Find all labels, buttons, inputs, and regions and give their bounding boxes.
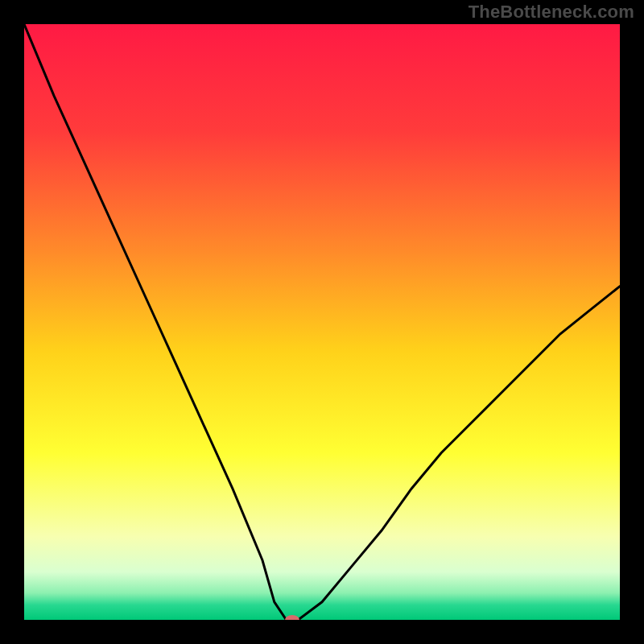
chart-frame: TheBottleneck.com: [0, 0, 644, 644]
plot-area: [24, 24, 620, 620]
gradient-background: [24, 24, 620, 620]
watermark-text: TheBottleneck.com: [469, 2, 634, 23]
chart-svg: [24, 24, 620, 620]
